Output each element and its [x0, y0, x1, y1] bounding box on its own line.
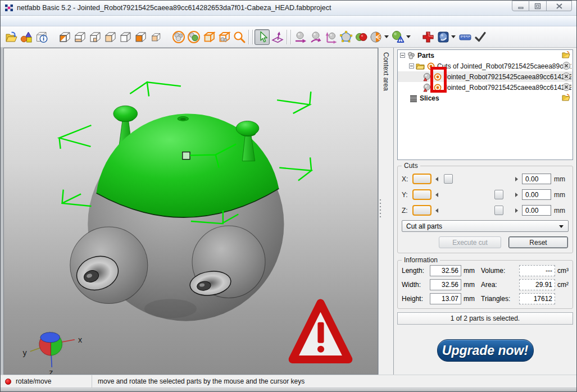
view-cube-front-pale-icon[interactable] [102, 29, 117, 45]
view-cube-front-solid-icon[interactable] [133, 29, 148, 45]
repair-part-icon[interactable] [420, 29, 435, 45]
view-cube-diagonal-icon[interactable] [57, 29, 72, 45]
triangles-label: Triangles: [481, 295, 517, 303]
x-cut-slider[interactable] [434, 174, 519, 184]
upgrade-now-button[interactable]: Upgrade now! [437, 339, 534, 362]
extras-dropdown-icon[interactable] [451, 35, 456, 38]
model-eye-left[interactable] [70, 227, 148, 303]
maximize-button[interactable] [529, 1, 547, 11]
title-bar[interactable]: netfabb Basic 5.2 - Jointed_Robot7921542… [1, 1, 576, 16]
close-button[interactable] [547, 1, 572, 11]
view-cube-corner-icon[interactable] [87, 29, 102, 45]
tree-label-part-1[interactable]: Jointed_Robot79215425caeea89cc6142826 [444, 73, 571, 81]
show-parts-icon[interactable] [186, 29, 201, 45]
app-window: netfabb Basic 5.2 - Jointed_Robot7921542… [0, 0, 577, 392]
boolean-operation-icon[interactable] [353, 29, 369, 45]
parts-tree[interactable]: Parts Cuts of Jointed_Robot79215425caeea… [397, 49, 573, 160]
view-cube-small-icon[interactable] [148, 29, 163, 45]
tree-label-parts[interactable]: Parts [417, 52, 434, 60]
right-panel: Parts Cuts of Jointed_Robot79215425caeea… [393, 48, 576, 375]
length-unit: mm [464, 267, 479, 275]
repair-wizard-icon[interactable] [390, 29, 406, 45]
scale-part-icon[interactable] [323, 29, 338, 45]
context-area-label: Context area [382, 52, 390, 91]
splitter-handle[interactable] [379, 198, 381, 217]
main-area: x y z Context area Parts [1, 48, 576, 375]
z-cut-slider[interactable] [434, 206, 519, 216]
close-badge-icon[interactable] [562, 83, 571, 92]
measure-icon[interactable] [457, 29, 472, 45]
show-platform-icon[interactable] [171, 29, 186, 45]
tree-row-slices[interactable]: Slices [398, 93, 573, 103]
zoom-icon[interactable] [231, 29, 247, 45]
cut-mode-select[interactable]: Cut all parts [402, 220, 569, 232]
tree-label-slices[interactable]: Slices [420, 94, 439, 102]
parts-group-icon [407, 51, 416, 60]
cuts-group: Cuts X: 0.00 mm Y: 0.00 mm Z: [397, 166, 573, 253]
rotate-part-icon[interactable] [308, 29, 323, 45]
cut-axis-row-x: X: 0.00 mm [402, 173, 569, 185]
view-cube-plain-icon[interactable] [117, 29, 133, 45]
x-slider-thumb[interactable] [444, 174, 453, 184]
z-cut-value-input[interactable]: 0.00 [522, 205, 551, 216]
cut-mode-value: Cut all parts [406, 222, 442, 230]
information-group: Information Length: 32.56 mm Volume: ---… [397, 260, 573, 309]
x-cut-value-input[interactable]: 0.00 [522, 174, 551, 184]
y-axis-label: Y: [402, 191, 410, 199]
y-slider-thumb[interactable] [494, 190, 503, 199]
tree-row-parts[interactable]: Parts [398, 50, 573, 61]
cut-options-dropdown-icon[interactable] [384, 35, 389, 38]
slices-icon [409, 94, 418, 103]
y-cut-value-input[interactable]: 0.00 [522, 189, 551, 200]
3d-viewport[interactable]: x y z [3, 48, 378, 375]
folder-open-icon[interactable] [562, 51, 571, 60]
y-cut-slider[interactable] [434, 190, 519, 200]
width-value: 32.56 [430, 279, 461, 290]
z-cut-unit: mm [554, 207, 569, 215]
move-part-icon[interactable] [293, 29, 308, 45]
tree-row-cuts-group[interactable]: Cuts of Jointed_Robot79215425caeea89cc61… [398, 61, 573, 71]
reset-view-icon[interactable] [270, 29, 285, 45]
show-box-icon[interactable] [201, 29, 216, 45]
main-toolbar [1, 26, 576, 48]
tree-row-part-2[interactable]: Jointed_Robot79215425caeea89cc6142826 [398, 82, 573, 93]
z-cut-plane-button[interactable] [412, 205, 431, 216]
select-cursor-icon[interactable] [255, 29, 270, 45]
gizmo-x-label: x [78, 335, 82, 344]
extras-sphere-icon[interactable] [435, 29, 451, 45]
execute-cut-button[interactable]: Execute cut [439, 236, 501, 248]
selection-status-text: 1 of 2 parts is selected. [451, 314, 520, 322]
close-badge-icon[interactable] [562, 72, 571, 81]
folder-open-icon[interactable] [562, 93, 571, 102]
show-scene-icon[interactable] [216, 29, 231, 45]
collapse-icon[interactable] [409, 63, 414, 69]
status-bar: rotate/move move and rotate the selected… [1, 375, 576, 388]
open-project-icon[interactable] [3, 29, 19, 45]
add-part-icon[interactable] [19, 29, 34, 45]
width-unit: mm [464, 281, 479, 289]
close-badge-icon[interactable] [562, 61, 571, 70]
repair-options-dropdown-icon[interactable] [406, 35, 411, 38]
length-label: Length: [402, 267, 428, 275]
information-group-title: Information [402, 256, 440, 264]
edit-triangles-icon[interactable] [338, 29, 353, 45]
collapse-icon[interactable] [400, 53, 405, 58]
length-value: 32.56 [430, 265, 461, 276]
tree-label-cuts-group[interactable]: Cuts of Jointed_Robot79215425caeea89cc61… [437, 62, 571, 70]
y-cut-plane-button[interactable] [412, 189, 431, 200]
tree-label-part-2[interactable]: Jointed_Robot79215425caeea89cc6142826 [444, 84, 571, 92]
window-resize-edge[interactable] [1, 388, 576, 391]
status-hint-cell: move and rotate the selected parts by th… [92, 377, 305, 385]
minimize-button[interactable] [512, 1, 529, 11]
part-information-icon[interactable] [34, 29, 49, 45]
cuts-group-title: Cuts [402, 162, 420, 170]
status-hint-text: move and rotate the selected parts by th… [98, 377, 305, 385]
cut-sphere-icon[interactable] [369, 29, 384, 45]
x-cut-plane-button[interactable] [412, 174, 431, 184]
reset-button[interactable]: Reset [508, 236, 568, 248]
view-cube-bottom-strip-icon[interactable] [72, 29, 87, 45]
z-slider-thumb[interactable] [494, 206, 503, 215]
tree-row-part-1[interactable]: Jointed_Robot79215425caeea89cc6142826 [398, 71, 573, 82]
apply-check-icon[interactable] [472, 29, 488, 45]
area-unit: cm² [557, 281, 573, 289]
